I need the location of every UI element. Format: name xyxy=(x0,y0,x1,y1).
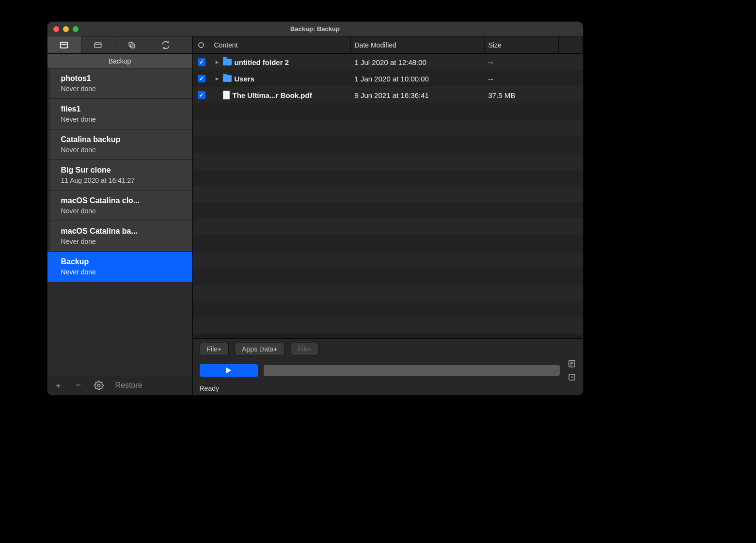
file-date: 1 Jan 2020 at 10:00:00 xyxy=(351,70,485,87)
sidebar-item-macos-catalina-clone[interactable]: macOS Catalina clo... Never done xyxy=(47,191,192,221)
play-icon xyxy=(226,367,231,373)
remove-task-button[interactable]: − xyxy=(73,380,84,391)
minus-icon: − xyxy=(76,380,81,390)
task-status: 11 Aug 2020 at 16:41:27 xyxy=(61,176,186,184)
task-name: macOS Catalina ba... xyxy=(61,227,186,236)
file-name: untitled folder 2 xyxy=(235,58,289,66)
task-status: Never done xyxy=(61,85,186,93)
file-list: ✓ ▸ untitled folder 2 1 Jul 2020 at 12:4… xyxy=(193,54,583,338)
checkbox[interactable]: ✓ xyxy=(198,58,205,66)
sidebar-item-big-sur-clone[interactable]: Big Sur clone 11 Aug 2020 at 16:41:27 xyxy=(47,160,192,191)
task-name: files1 xyxy=(61,105,186,113)
sidebar-tabbar xyxy=(47,36,192,54)
file-size: -- xyxy=(485,70,583,87)
sidebar: Backup photos1 Never done files1 Never d… xyxy=(47,36,193,395)
task-status: Never done xyxy=(61,238,186,245)
empty-row xyxy=(193,153,583,169)
app-window: Backup: Backup Backup phot xyxy=(47,22,583,395)
checkbox[interactable]: ✓ xyxy=(198,75,205,82)
file-add-button[interactable]: File+ xyxy=(200,343,229,355)
empty-row xyxy=(193,285,583,301)
svg-rect-2 xyxy=(94,43,101,48)
checkbox[interactable]: ✓ xyxy=(198,91,205,99)
task-status: Never done xyxy=(61,146,186,154)
settings-button[interactable] xyxy=(93,380,105,391)
add-task-button[interactable]: ＋ xyxy=(52,380,64,391)
folder-icon xyxy=(223,59,232,65)
restore-button[interactable]: Restore xyxy=(115,381,142,390)
task-status: Never done xyxy=(61,207,186,215)
tab-tasks[interactable] xyxy=(47,36,81,53)
sidebar-section-label: Backup xyxy=(47,54,192,68)
run-button[interactable] xyxy=(200,364,258,377)
tab-clone[interactable] xyxy=(115,36,149,53)
empty-row xyxy=(193,186,583,202)
status-text: Ready xyxy=(200,384,576,392)
column-header-row: Content Date Modified Size xyxy=(193,36,583,54)
svg-point-6 xyxy=(97,384,100,386)
overlap-squares-icon xyxy=(127,40,137,50)
column-header-size[interactable]: Size xyxy=(485,36,559,53)
file-name: Users xyxy=(235,75,255,83)
empty-row xyxy=(193,301,583,318)
empty-row xyxy=(193,235,583,252)
gear-icon xyxy=(94,381,104,390)
file-size: 37.5 MB xyxy=(485,87,583,103)
file-row[interactable]: ✓ ▸ The Ultima...r Book.pdf 9 Jun 2021 a… xyxy=(193,87,583,103)
tab-archive[interactable] xyxy=(81,36,115,53)
schedule-icon[interactable] xyxy=(567,373,576,382)
column-header-extra xyxy=(559,36,583,53)
empty-row xyxy=(193,252,583,268)
task-status: Never done xyxy=(61,268,186,276)
empty-row xyxy=(193,169,583,186)
empty-row xyxy=(193,202,583,219)
empty-row xyxy=(193,318,583,334)
file-remove-button[interactable]: File- xyxy=(291,343,318,355)
sidebar-item-backup[interactable]: Backup Never done xyxy=(47,252,192,282)
file-size: -- xyxy=(485,54,583,70)
apps-data-add-button[interactable]: Apps Data+ xyxy=(235,343,285,355)
sidebar-item-catalina-backup[interactable]: Catalina backup Never done xyxy=(47,129,192,160)
titlebar: Backup: Backup xyxy=(47,22,583,36)
empty-row xyxy=(193,219,583,235)
sidebar-item-macos-catalina-backup[interactable]: macOS Catalina ba... Never done xyxy=(47,221,192,252)
bottom-bar: File+ Apps Data+ File- Ready xyxy=(193,338,583,395)
column-header-check[interactable] xyxy=(193,36,210,53)
task-status: Never done xyxy=(61,115,186,123)
sidebar-toolbar: ＋ − Restore xyxy=(47,375,192,395)
task-name: Backup xyxy=(61,257,186,266)
empty-row xyxy=(193,120,583,136)
file-row[interactable]: ✓ ▸ untitled folder 2 1 Jul 2020 at 12:4… xyxy=(193,54,583,70)
column-header-date[interactable]: Date Modified xyxy=(351,36,485,53)
file-date: 9 Jun 2021 at 16:36:41 xyxy=(351,87,485,103)
sidebar-item-files1[interactable]: files1 Never done xyxy=(47,99,192,129)
target-icon xyxy=(198,42,204,48)
document-icon xyxy=(223,91,230,99)
empty-row xyxy=(193,136,583,153)
plus-icon: ＋ xyxy=(54,380,63,391)
sync-icon xyxy=(161,40,171,50)
file-row[interactable]: ✓ ▸ Users 1 Jan 2020 at 10:00:00 -- xyxy=(193,70,583,87)
sidebar-item-photos1[interactable]: photos1 Never done xyxy=(47,68,192,99)
column-header-content[interactable]: Content xyxy=(210,36,351,53)
log-icon[interactable] xyxy=(567,359,576,368)
task-name: macOS Catalina clo... xyxy=(61,196,186,205)
empty-row xyxy=(193,268,583,285)
task-name: Catalina backup xyxy=(61,135,186,144)
window-title: Backup: Backup xyxy=(47,25,583,32)
file-name: The Ultima...r Book.pdf xyxy=(233,91,312,99)
chevron-right-icon[interactable]: ▸ xyxy=(214,59,220,65)
tab-sync[interactable] xyxy=(149,36,183,53)
box-icon xyxy=(93,40,103,50)
empty-row xyxy=(193,103,583,120)
file-date: 1 Jul 2020 at 12:48:00 xyxy=(351,54,485,70)
task-name: Big Sur clone xyxy=(61,166,186,175)
task-list: photos1 Never done files1 Never done Cat… xyxy=(47,68,192,375)
chevron-right-icon[interactable]: ▸ xyxy=(214,75,220,82)
archive-box-icon xyxy=(59,40,69,50)
main-panel: Content Date Modified Size ✓ ▸ untitled … xyxy=(193,36,583,395)
folder-icon xyxy=(223,75,232,82)
task-name: photos1 xyxy=(61,74,186,83)
progress-bar xyxy=(264,365,560,376)
